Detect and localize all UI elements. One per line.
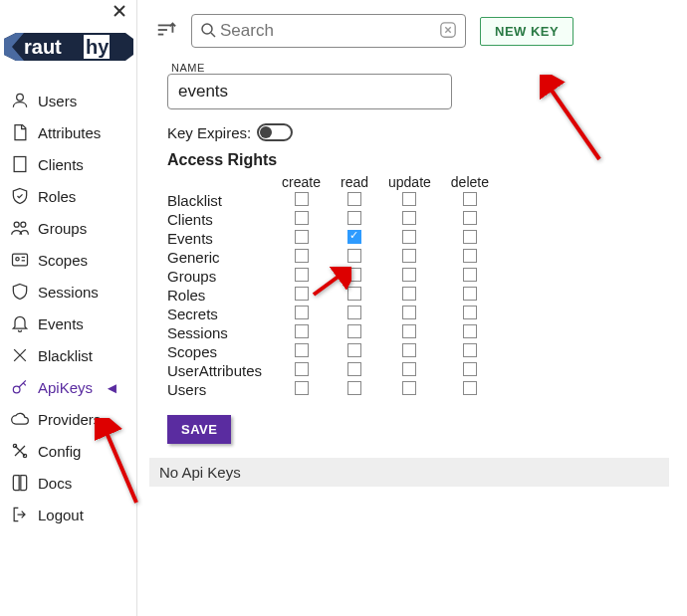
cloud-icon [10,409,30,429]
rights-row: Sessions [167,323,499,342]
perm-roles-update[interactable] [402,287,416,301]
perm-blacklist-read[interactable] [347,192,361,206]
perm-generic-delete[interactable] [463,249,477,263]
sidebar-item-roles[interactable]: Roles [0,180,136,212]
sort-icon[interactable] [155,19,177,44]
rights-row: Roles [167,286,499,305]
svg-line-30 [211,33,215,37]
perm-users-delete[interactable] [463,381,477,395]
key-icon [10,377,30,397]
perm-roles-read[interactable] [347,287,361,301]
perm-users-update[interactable] [402,381,416,395]
sidebar-item-users[interactable]: Users [0,85,136,116]
clear-search-icon[interactable] [439,21,457,42]
perm-events-update[interactable] [402,230,416,244]
perm-scopes-update[interactable] [402,343,416,357]
perm-clients-update[interactable] [402,211,416,225]
name-input[interactable] [167,74,452,109]
perm-groups-read[interactable] [347,268,361,282]
sidebar-item-label: Config [38,443,81,460]
sidebar-item-events[interactable]: Events [0,308,136,339]
sidebar-item-label: Users [38,93,77,109]
sidebar-item-sessions[interactable]: Sessions [0,276,136,308]
perm-roles-delete[interactable] [463,287,477,301]
perm-clients-create[interactable] [295,211,309,225]
sidebar-item-clients[interactable]: Clients [0,148,136,180]
sidebar-item-label: Sessions [38,284,99,301]
perm-generic-read[interactable] [347,249,361,263]
perm-userattributes-create[interactable] [295,362,309,376]
perm-users-read[interactable] [347,381,361,395]
perm-clients-delete[interactable] [463,211,477,225]
perm-blacklist-delete[interactable] [463,192,477,206]
perm-scopes-delete[interactable] [463,343,477,357]
rights-row-name: Blacklist [167,191,272,210]
perm-sessions-delete[interactable] [463,324,477,338]
sidebar-item-groups[interactable]: Groups [0,212,136,244]
perm-users-create[interactable] [295,381,309,395]
user-icon [10,91,30,110]
perm-sessions-read[interactable] [347,324,361,338]
perm-groups-update[interactable] [402,268,416,282]
perm-sessions-create[interactable] [295,324,309,338]
perm-roles-create[interactable] [295,287,309,301]
save-button[interactable]: SAVE [167,415,231,444]
perm-secrets-delete[interactable] [463,306,477,319]
shield-icon [10,282,30,302]
sidebar-item-logout[interactable]: Logout [0,499,136,530]
sidebar-item-blacklist[interactable]: Blacklist [0,339,136,371]
column-header-delete: delete [441,173,499,191]
rights-row-name: Secrets [167,305,272,323]
svg-rect-17 [13,254,28,266]
perm-blacklist-create[interactable] [295,192,309,206]
svg-text:hy: hy [86,36,110,58]
sidebar-item-apikeys[interactable]: ApiKeys◄ [0,371,136,403]
perm-secrets-read[interactable] [347,306,361,319]
perm-generic-update[interactable] [402,249,416,263]
sidebar-item-label: Events [38,315,84,332]
rights-row-name: Clients [167,210,272,229]
perm-groups-delete[interactable] [463,268,477,282]
perm-clients-read[interactable] [347,211,361,225]
file-icon [10,122,30,142]
rights-row-name: Sessions [167,323,272,342]
svg-point-7 [17,94,24,101]
sidebar-item-scopes[interactable]: Scopes [0,244,136,276]
sidebar-item-providers[interactable]: Providers [0,403,136,435]
expires-toggle[interactable] [257,123,293,141]
sidebar-item-docs[interactable]: Docs [0,467,136,499]
perm-userattributes-update[interactable] [402,362,416,376]
new-key-button[interactable]: NEW KEY [480,17,573,46]
perm-userattributes-delete[interactable] [463,362,477,376]
sidebar-item-attributes[interactable]: Attributes [0,116,136,148]
rights-row-name: Generic [167,248,272,267]
sidebar-item-label: Providers [38,411,101,428]
perm-userattributes-read[interactable] [347,362,361,376]
rights-row: Groups [167,267,499,286]
rights-row: Clients [167,210,499,229]
search-field[interactable] [191,14,466,48]
search-input[interactable] [220,21,439,41]
sidebar-item-config[interactable]: Config [0,435,136,467]
rights-row-name: Roles [167,286,272,305]
perm-groups-create[interactable] [295,268,309,282]
perm-generic-create[interactable] [295,249,309,263]
perm-secrets-update[interactable] [402,306,416,319]
perm-secrets-create[interactable] [295,306,309,319]
perm-blacklist-update[interactable] [402,192,416,206]
svg-point-15 [14,222,19,227]
rights-row-name: Users [167,380,272,399]
perm-events-create[interactable] [295,230,309,244]
rights-table: createreadupdatedelete BlacklistClientsE… [167,173,499,399]
perm-scopes-create[interactable] [295,343,309,357]
perm-sessions-update[interactable] [402,324,416,338]
perm-events-delete[interactable] [463,230,477,244]
rights-row: Generic [167,248,499,267]
close-icon[interactable] [113,5,126,21]
bell-icon [10,313,30,333]
main: NEW KEY NAME Key Expires: Access Rights … [137,0,687,616]
perm-events-read[interactable] [347,230,361,244]
perm-scopes-read[interactable] [347,343,361,357]
api-key-form: NAME Key Expires: Access Rights createre… [155,62,669,444]
rights-row: Scopes [167,342,499,361]
